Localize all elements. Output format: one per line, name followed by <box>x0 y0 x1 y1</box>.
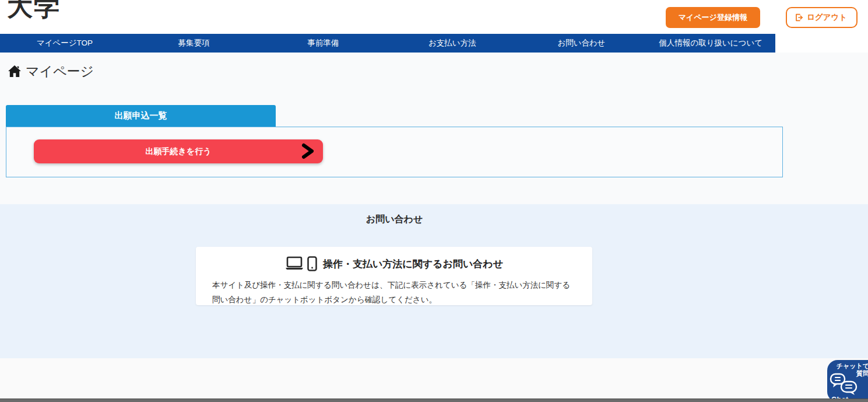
nav-item-guidelines[interactable]: 募集要項 <box>129 34 259 53</box>
chatbot-button[interactable]: チャットで質問 Chat <box>827 360 868 402</box>
contact-section: お問い合わせ 操作・支払い方法に関するお問い合わせ 本サイト及び操作・ <box>0 204 868 358</box>
chat-bubbles-icon <box>830 373 858 397</box>
start-application-button[interactable]: 出願手続きを行う <box>34 139 323 163</box>
window-bottom-edge <box>0 398 868 402</box>
application-tab-bar: 出願申込一覧 <box>6 105 783 127</box>
tab-application-list[interactable]: 出願申込一覧 <box>6 105 276 127</box>
header-actions: マイページ登録情報 ログアウト <box>666 7 858 28</box>
nav-item-payment[interactable]: お支払い方法 <box>388 34 517 53</box>
logout-button-label: ログアウト <box>807 12 847 23</box>
university-logo: 大学 <box>7 0 61 24</box>
logout-button[interactable]: ログアウト <box>786 7 858 28</box>
chevron-right-icon <box>301 143 315 159</box>
smartphone-icon <box>307 256 317 271</box>
contact-card-body: 本サイト及び操作・支払に関する問い合わせは、下記に表示されている「操作・支払い方… <box>212 278 576 307</box>
contact-card: 操作・支払い方法に関するお問い合わせ 本サイト及び操作・支払に関する問い合わせは… <box>196 247 592 305</box>
contact-section-title: お問い合わせ <box>6 214 783 226</box>
laptop-icon <box>285 256 304 271</box>
mypage-register-info-button[interactable]: マイページ登録情報 <box>666 7 760 28</box>
start-application-label: 出願手続きを行う <box>146 146 212 157</box>
page-footer <box>0 358 868 400</box>
breadcrumb: マイページ <box>0 53 868 81</box>
page-header: 大学 マイページ登録情報 ログアウト <box>0 0 868 34</box>
home-icon <box>8 65 21 77</box>
logout-icon <box>794 13 803 22</box>
spacer <box>6 177 783 204</box>
page-title: マイページ <box>26 62 94 81</box>
nav-item-preparation[interactable]: 事前準備 <box>258 34 388 53</box>
nav-item-mypage-top[interactable]: マイページTOP <box>0 34 129 53</box>
application-list-panel: 出願手続きを行う <box>6 127 783 177</box>
nav-item-privacy[interactable]: 個人情報の取り扱いについて <box>646 34 775 53</box>
main-nav: マイページTOP 募集要項 事前準備 お支払い方法 お問い合わせ 個人情報の取り… <box>0 34 775 53</box>
main-content: マイページ 出願申込一覧 出願手続きを行う お問い合わせ <box>0 53 868 400</box>
contact-card-title: 操作・支払い方法に関するお問い合わせ <box>323 257 503 271</box>
nav-item-contact[interactable]: お問い合わせ <box>517 34 646 53</box>
contact-card-header: 操作・支払い方法に関するお問い合わせ <box>212 256 576 271</box>
